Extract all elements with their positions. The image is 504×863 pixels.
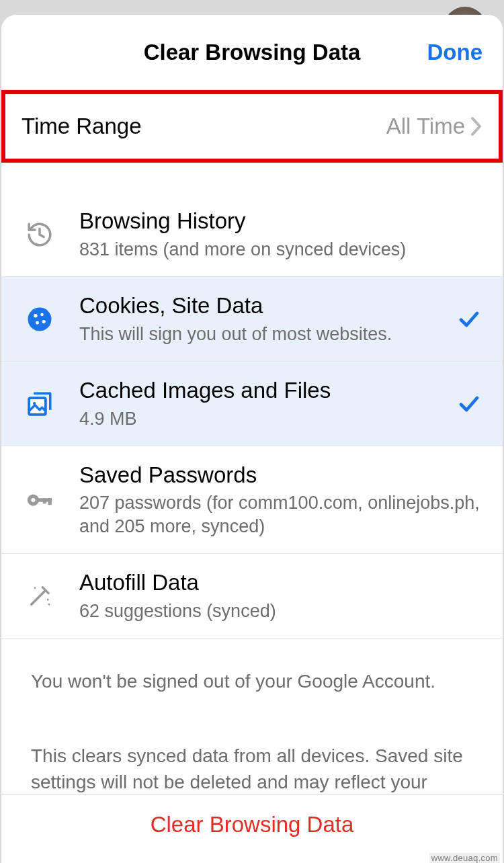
svg-rect-12 <box>43 498 46 503</box>
svg-point-14 <box>34 587 36 589</box>
svg-point-15 <box>48 603 50 605</box>
row-subtitle: 207 passwords (for comm100.com, onlinejo… <box>79 491 482 538</box>
checkmark-icon <box>456 391 482 417</box>
svg-rect-11 <box>48 498 51 505</box>
clear-browsing-data-sheet: Clear Browsing Data Done Time Range All … <box>1 15 503 863</box>
watermark: www.deuaq.com <box>429 853 500 863</box>
key-icon <box>22 482 58 518</box>
row-text: Cookies, Site Data This will sign you ou… <box>79 292 448 345</box>
row-title: Browsing History <box>79 207 482 235</box>
svg-point-4 <box>42 319 46 323</box>
image-stack-icon <box>22 386 58 422</box>
svg-point-2 <box>40 313 44 316</box>
row-subtitle: This will sign you out of most websites. <box>79 323 448 346</box>
clear-browsing-data-button[interactable]: Clear Browsing Data <box>151 812 354 837</box>
chevron-right-icon <box>470 116 482 136</box>
row-title: Saved Passwords <box>79 461 482 489</box>
row-subtitle: 4.9 MB <box>79 407 448 431</box>
browsing-history-row[interactable]: Browsing History 831 items (and more on … <box>1 192 503 277</box>
time-range-value: All Time <box>386 114 465 139</box>
history-icon <box>22 216 58 253</box>
row-text: Browsing History 831 items (and more on … <box>79 207 482 261</box>
cookie-icon <box>22 301 58 337</box>
footer-note-1: You won't be signed out of your Google A… <box>1 639 503 694</box>
row-text: Cached Images and Files 4.9 MB <box>79 376 448 430</box>
row-title: Cached Images and Files <box>79 376 448 404</box>
svg-point-13 <box>47 598 49 600</box>
row-subtitle: 831 items (and more on synced devices) <box>79 238 482 261</box>
autofill-row[interactable]: Autofill Data 62 suggestions (synced) <box>1 554 503 639</box>
done-button[interactable]: Done <box>427 40 483 65</box>
svg-point-3 <box>36 321 39 324</box>
svg-point-9 <box>31 497 35 501</box>
row-text: Autofill Data 62 suggestions (synced) <box>79 569 482 622</box>
row-text: Saved Passwords 207 passwords (for comm1… <box>79 461 482 538</box>
row-subtitle: 62 suggestions (synced) <box>79 600 482 623</box>
footer-note-2: This clears synced data from all devices… <box>1 694 503 795</box>
row-title: Autofill Data <box>79 569 482 596</box>
svg-point-1 <box>34 313 38 317</box>
bottom-action-bar: Clear Browsing Data <box>1 794 503 854</box>
time-range-row[interactable]: Time Range All Time <box>1 90 503 163</box>
wand-icon <box>22 578 58 614</box>
cookies-row[interactable]: Cookies, Site Data This will sign you ou… <box>1 277 503 362</box>
checkmark-icon <box>456 306 482 333</box>
sheet-header: Clear Browsing Data Done <box>1 15 503 90</box>
saved-passwords-row[interactable]: Saved Passwords 207 passwords (for comm1… <box>1 446 503 554</box>
time-range-label: Time Range <box>22 114 142 139</box>
row-title: Cookies, Site Data <box>79 292 448 319</box>
svg-point-0 <box>28 307 52 331</box>
cached-images-row[interactable]: Cached Images and Files 4.9 MB <box>1 362 503 446</box>
content-area: Time Range All Time Browsing History 831… <box>1 90 503 863</box>
page-title: Clear Browsing Data <box>144 40 361 65</box>
